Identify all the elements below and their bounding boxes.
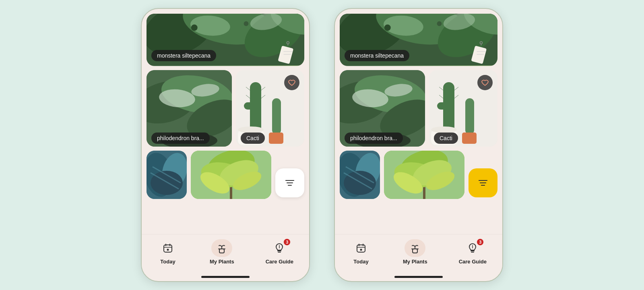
- heart-icon-left: [288, 79, 296, 86]
- philodendron-label-right: philodendron bra...: [345, 133, 403, 144]
- svg-rect-51: [164, 245, 172, 252]
- myplants-icon-wrap-right: [405, 239, 425, 257]
- mid-row-right: philodendron bra...: [340, 70, 497, 147]
- top-card-right[interactable]: monstera siltepecana: [340, 14, 497, 66]
- heart-icon-right: [481, 79, 489, 86]
- svg-rect-27: [269, 133, 283, 144]
- nav-today-right[interactable]: Today: [351, 239, 372, 265]
- wide-card-bg-right: [384, 151, 464, 199]
- scroll-area-right: monstera siltepecana philodendron bra...: [335, 9, 502, 234]
- heart-button-cacti-left[interactable]: [284, 75, 299, 90]
- bot-row-right: [340, 151, 497, 199]
- nav-careguide-left[interactable]: 3 Care Guide: [266, 239, 293, 265]
- small-card-1-left[interactable]: [147, 151, 187, 199]
- careguide-icon-wrap-left: 3: [269, 239, 290, 257]
- cacti-label-left: Cacti: [241, 133, 265, 144]
- svg-point-91: [431, 126, 457, 133]
- bottom-nav-right: Today My Plants: [335, 234, 502, 274]
- top-card-label-row-left: monstera siltepecana: [151, 50, 299, 61]
- svg-rect-89: [462, 133, 477, 144]
- nav-careguide-right[interactable]: 3 Care Guide: [459, 239, 487, 265]
- filter-button-right[interactable]: [469, 168, 497, 197]
- today-icon-wrap-right: [351, 239, 372, 257]
- svg-rect-118: [413, 249, 417, 253]
- monstera-label-left: monstera siltepecana: [151, 50, 216, 61]
- bottom-nav-left: Today My Plants: [142, 234, 309, 274]
- careguide-badge-right: 3: [477, 238, 484, 246]
- heart-button-cacti-right[interactable]: [477, 75, 493, 90]
- philodendron-label-left: philodendron bra...: [151, 133, 210, 144]
- top-card-label-row-right: monstera siltepecana: [345, 50, 493, 61]
- wide-card-right[interactable]: [384, 151, 464, 199]
- nav-today-left[interactable]: Today: [157, 239, 178, 265]
- svg-rect-56: [219, 249, 224, 253]
- small-card-1-bg-left: [147, 151, 187, 199]
- home-indicator-right: [394, 276, 443, 278]
- svg-rect-87: [465, 98, 474, 135]
- filter-button-left[interactable]: [275, 168, 304, 197]
- svg-rect-24: [244, 102, 256, 110]
- svg-point-55: [167, 249, 169, 251]
- philodendron-label-wrap-left: philodendron bra...: [151, 135, 210, 142]
- scroll-area-left: monstera siltepecana: [142, 9, 309, 234]
- small-card-1-right[interactable]: [340, 151, 380, 199]
- wide-card-left[interactable]: [191, 151, 271, 199]
- cacti-card-right[interactable]: Cacti: [429, 70, 497, 147]
- small-card-1-bg-right: [340, 151, 380, 199]
- filter-icon-right: [478, 179, 488, 186]
- nav-today-label-right: Today: [353, 259, 368, 265]
- svg-point-117: [360, 249, 362, 251]
- calendar-icon-left: [163, 243, 173, 253]
- careguide-icon-wrap-right: 3: [462, 239, 483, 257]
- cacti-label-wrap-right: Cacti: [434, 135, 458, 142]
- bulb-icon-left: [274, 242, 285, 254]
- philodendron-card-right[interactable]: philodendron bra...: [340, 70, 425, 147]
- cacti-label-right: Cacti: [434, 133, 458, 144]
- plant-pot-icon-left: [216, 242, 227, 254]
- nav-careguide-label-right: Care Guide: [459, 259, 487, 265]
- cacti-label-wrap-left: Cacti: [241, 135, 265, 142]
- svg-point-29: [238, 126, 264, 133]
- nav-myplants-label-right: My Plants: [403, 259, 427, 265]
- cacti-card-left[interactable]: Cacti: [236, 70, 304, 147]
- bot-row-left: [147, 151, 304, 199]
- nav-careguide-label-left: Care Guide: [266, 259, 293, 265]
- svg-point-8: [244, 21, 249, 26]
- home-indicator-left: [201, 276, 250, 278]
- svg-rect-113: [357, 245, 365, 252]
- top-card-left[interactable]: monstera siltepecana: [147, 14, 304, 66]
- svg-point-69: [384, 25, 391, 31]
- calendar-icon-right: [356, 243, 366, 253]
- today-icon-wrap-left: [157, 239, 178, 257]
- mid-row-left: philodendron bra...: [147, 70, 304, 147]
- nav-today-label-left: Today: [160, 259, 175, 265]
- svg-point-7: [191, 25, 198, 31]
- myplants-icon-wrap-left: [211, 239, 232, 257]
- monstera-label-right: monstera siltepecana: [345, 50, 409, 61]
- svg-rect-86: [437, 102, 449, 110]
- philodendron-label-wrap-right: philodendron bra...: [345, 135, 403, 142]
- bulb-icon-right: [467, 242, 478, 254]
- nav-myplants-label-left: My Plants: [210, 259, 234, 265]
- svg-rect-25: [272, 98, 281, 135]
- svg-point-70: [437, 21, 442, 26]
- phone-left: monstera siltepecana: [141, 8, 310, 282]
- wide-card-bg-left: [191, 151, 271, 199]
- nav-myplants-left[interactable]: My Plants: [210, 239, 234, 265]
- phone-right: monstera siltepecana philodendron bra...: [334, 8, 503, 282]
- careguide-badge-left: 3: [283, 238, 291, 246]
- plant-pot-icon-right: [409, 242, 421, 254]
- filter-icon-left: [285, 179, 295, 186]
- nav-myplants-right[interactable]: My Plants: [403, 239, 427, 265]
- philodendron-card-left[interactable]: philodendron bra...: [147, 70, 232, 147]
